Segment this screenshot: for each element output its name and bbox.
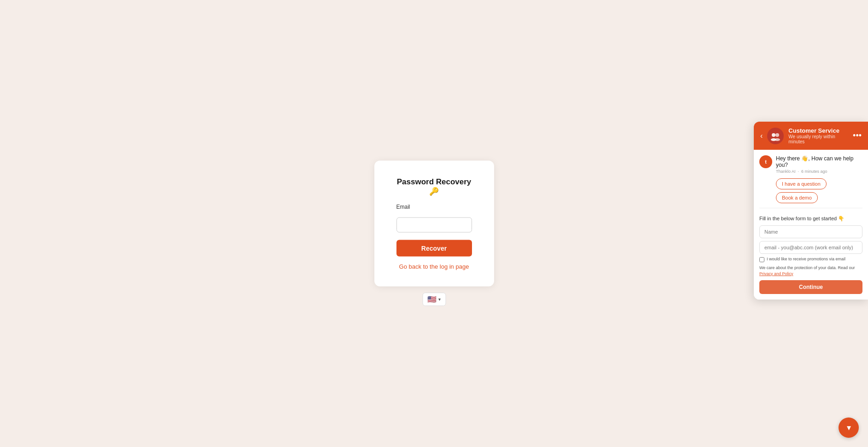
recovery-title: Password Recovery 🔑 [396,177,472,196]
go-back-link[interactable]: Go back to the log in page [396,263,472,270]
svg-point-0 [772,133,775,137]
chat-header: ‹ Customer Service We usually reply with… [754,122,868,150]
chat-back-button[interactable]: ‹ [760,132,763,140]
chat-header-info: Customer Service We usually reply within… [788,127,848,144]
chat-checkbox-row: I would like to receive promotions via e… [759,257,862,262]
chat-message-row: t Hey there 👋, How can we help you? Than… [759,155,862,174]
chat-body: t Hey there 👋, How can we help you? Than… [754,150,868,212]
quick-reply-question[interactable]: I have a question [776,178,827,189]
chat-service-title: Customer Service [788,127,848,134]
chat-bot-avatar: t [759,155,772,168]
chat-more-button[interactable]: ••• [853,131,862,141]
chat-form-title: Fill in the below form to get started 👇 [759,216,862,222]
chat-divider [759,208,862,208]
quick-reply-demo[interactable]: Book a demo [776,192,818,203]
chat-minimize-button[interactable]: ▾ [839,418,859,438]
recover-button[interactable]: Recover [396,240,472,257]
privacy-policy-link[interactable]: Privacy and Policy [759,271,793,276]
email-label: Email [396,204,472,210]
chat-widget: ‹ Customer Service We usually reply with… [754,122,868,300]
chat-message-content: Hey there 👋, How can we help you? Thankl… [776,155,862,174]
svg-point-1 [775,133,779,137]
flag-icon: 🇺🇸 [427,295,437,304]
chat-message-meta: Thanklo AI · 6 minutes ago [776,169,862,174]
chat-email-input[interactable] [759,241,862,254]
chat-service-subtitle: We usually reply within minutes [788,134,848,144]
chat-continue-button[interactable]: Continue [759,280,862,294]
chat-privacy-text: We care about the protection of your dat… [759,265,862,276]
recovery-card: Password Recovery 🔑 Email Recover Go bac… [374,161,494,287]
svg-point-3 [775,138,780,141]
chat-promo-checkbox[interactable] [759,257,764,262]
email-input[interactable] [396,218,472,233]
chat-name-input[interactable] [759,225,862,238]
chat-quick-replies: I have a question Book a demo [776,178,862,203]
language-selector[interactable]: 🇺🇸 ▾ [422,293,446,306]
chat-message-text: Hey there 👋, How can we help you? [776,155,862,168]
chevron-down-icon: ▾ [438,297,441,302]
chat-checkbox-label: I would like to receive promotions via e… [767,257,845,261]
chat-form-section: Fill in the below form to get started 👇 … [754,212,868,300]
chat-service-avatar [767,128,784,144]
